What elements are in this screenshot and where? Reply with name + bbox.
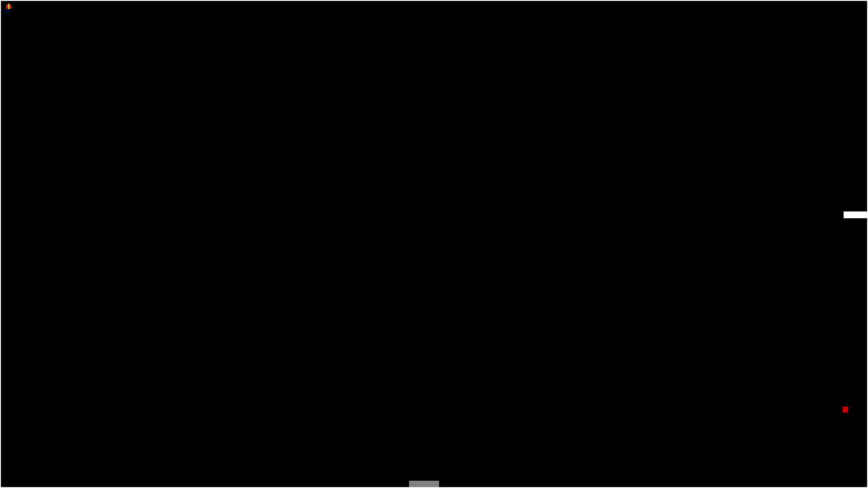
macd-toggle-button[interactable]	[409, 481, 439, 488]
macd-zero-marker	[843, 407, 848, 413]
chart-plot-area[interactable]	[1, 1, 867, 487]
current-price-box	[844, 211, 867, 218]
symbol-chart-icon	[6, 4, 12, 9]
channel-info-line	[5, 10, 10, 11]
chart-window	[0, 0, 868, 488]
